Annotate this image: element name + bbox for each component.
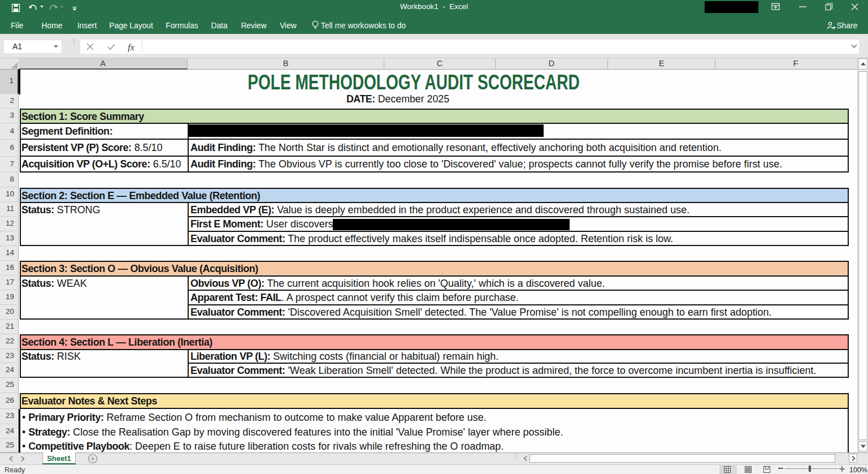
svg-text:fx: fx: [128, 42, 135, 52]
